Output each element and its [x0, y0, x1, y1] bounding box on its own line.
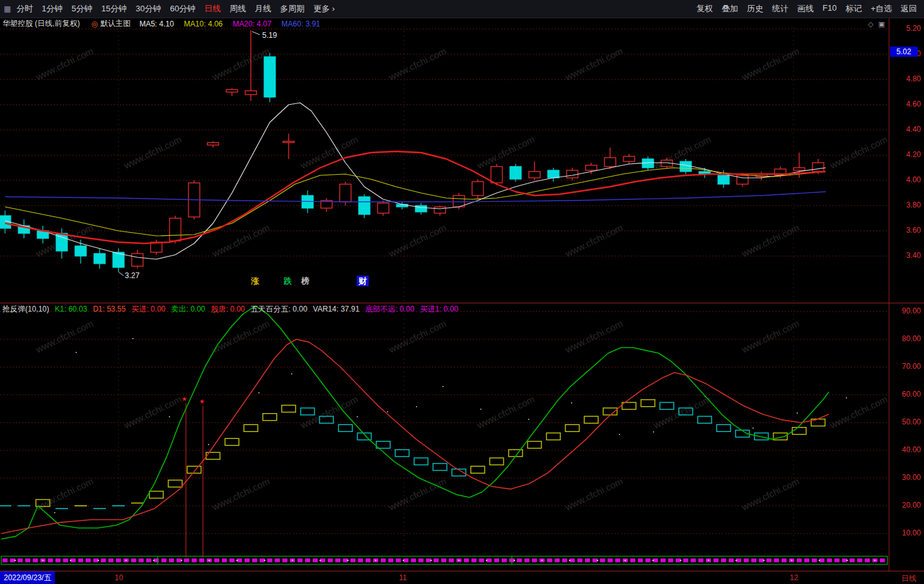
last-price-tag: 5.02: [890, 47, 918, 57]
action-F10[interactable]: F10: [818, 3, 841, 15]
axis-tick: 3.60: [906, 226, 921, 235]
axis-tick: 3.80: [906, 201, 921, 209]
timeframe-tabs: 分时1分钟5分钟15分钟30分钟60分钟日线周线月线多周期更多 ›: [12, 3, 339, 15]
timeframe-5分钟[interactable]: 5分钟: [67, 3, 97, 15]
indicator-field: 五天百分五: 0.00: [251, 305, 308, 313]
watermark: www.cfchi.com: [33, 476, 95, 513]
ma-label: MA10: 4.06: [184, 20, 222, 28]
axis-tick: 5.20: [906, 24, 921, 33]
action-+自选[interactable]: +自选: [866, 3, 896, 15]
indicator-fields: K1: 60.03D1: 53.55买进: 0.00卖出: 0.00股唐: 0.…: [49, 305, 458, 313]
indicator-field: 买进1: 0.00: [420, 305, 458, 313]
axis-tick: 4.40: [906, 125, 921, 134]
overlay-icon: ◎: [91, 20, 98, 28]
axis-tick: 80.00: [902, 334, 921, 343]
axis-tick: 30.00: [902, 473, 921, 482]
bottom-strip: [1, 556, 887, 564]
toolbar-actions: 复权叠加历史统计画线F10标记+自选返回: [692, 3, 921, 15]
timeframe-日线[interactable]: 日线: [200, 3, 225, 15]
axis-tick: 70.00: [902, 362, 921, 371]
ma-label: MA20: 4.07: [233, 20, 271, 28]
timeframe-更多 ›[interactable]: 更多 ›: [309, 3, 339, 15]
watermark: www.cfchi.com: [298, 134, 360, 171]
watermark: www.cfchi.com: [210, 318, 272, 355]
indicator-field: D1: 53.55: [93, 305, 125, 313]
corner-icons: ◇▣: [863, 20, 885, 28]
watermark: www.cfchi.com: [739, 45, 801, 83]
action-画线[interactable]: 画线: [793, 3, 818, 15]
indicator-field: 卖出: 0.00: [171, 305, 205, 313]
signal-vlines: ★★: [182, 395, 205, 558]
timeframe-1分钟[interactable]: 1分钟: [37, 3, 67, 15]
watermark: www.cfchi.com: [122, 394, 183, 431]
indicator-field: 买进: 0.00: [131, 305, 165, 313]
axis-tick: 4.00: [906, 175, 921, 184]
timeframe-多周期[interactable]: 多周期: [275, 3, 309, 15]
month-label-10: 10: [115, 573, 123, 582]
axis-tick: 4.60: [906, 100, 921, 108]
panel-divider: [0, 303, 924, 303]
quick-link-涨[interactable]: 涨: [251, 276, 259, 286]
timeframe-月线[interactable]: 月线: [250, 3, 275, 15]
candlestick-chart[interactable]: www.cfchi.comwww.cfchi.comwww.cfchi.comw…: [0, 18, 889, 303]
price-annotation: 5.19: [252, 31, 277, 40]
watermark: www.cfchi.com: [386, 45, 448, 83]
action-历史[interactable]: 历史: [742, 3, 768, 15]
timeframe-分时[interactable]: 分时: [12, 3, 37, 15]
indicator-field: 底部不远: 0.00: [365, 305, 414, 313]
diamond-icon[interactable]: ◇: [868, 20, 873, 28]
quick-link-跌[interactable]: 跌: [284, 276, 292, 286]
date-axis: 2022/09/23/五 日线 101112: [0, 571, 924, 584]
app-menu-icon[interactable]: ▦: [4, 4, 11, 13]
watermark: www.cfchi.com: [475, 394, 536, 431]
date-highlight: 2022/09/23/五: [0, 571, 55, 584]
chart-title-row: 华塑控股 (日线,前复权) ◎ 默认主图 MA5: 4.10MA10: 4.06…: [0, 18, 889, 29]
quick-links-row: 涨跌榜财: [0, 276, 889, 286]
svg-text:5.19: 5.19: [262, 31, 277, 40]
action-统计[interactable]: 统计: [768, 3, 793, 15]
quick-link-财[interactable]: 财: [357, 276, 369, 286]
ma-label: MA60: 3.91: [282, 20, 320, 28]
watermark: www.cfchi.com: [33, 318, 95, 355]
axis-tick: 10.00: [902, 529, 921, 537]
indicator-field: K1: 60.03: [55, 305, 87, 313]
axis-tick: 90.00: [902, 307, 921, 315]
axis-tick: 50.00: [902, 418, 921, 426]
timeframe-60分钟[interactable]: 60分钟: [166, 3, 200, 15]
signal-star-icon: ★: [199, 398, 205, 405]
axis-tick: 3.40: [906, 251, 921, 260]
timeframe-15分钟[interactable]: 15分钟: [97, 3, 131, 15]
window-icon[interactable]: ▣: [879, 20, 885, 28]
month-label-11: 11: [399, 573, 407, 582]
axis-tick: 40.00: [902, 445, 921, 454]
action-复权[interactable]: 复权: [692, 3, 717, 15]
indicator-field: VAR14: 37.91: [313, 305, 360, 313]
watermark: www.cfchi.com: [563, 318, 625, 355]
timeframe-周线[interactable]: 周线: [225, 3, 250, 15]
watermark: www.cfchi.com: [210, 222, 272, 259]
axis-tick: 4.20: [906, 150, 921, 159]
action-叠加[interactable]: 叠加: [717, 3, 742, 15]
axis-tick: 60.00: [902, 390, 921, 399]
overlay-label[interactable]: 默认主图: [100, 18, 130, 29]
ma-label: MA5: 4.10: [139, 20, 174, 28]
symbol-title: 华塑控股 (日线,前复权): [3, 18, 80, 29]
indicator-name[interactable]: 抢反弹(10,10): [3, 305, 49, 313]
watermark: www.cfchi.com: [563, 476, 625, 513]
period-label[interactable]: 日线: [901, 573, 916, 584]
watermark: www.cfchi.com: [298, 394, 360, 431]
watermark: www.cfchi.com: [33, 45, 95, 83]
quick-link-榜[interactable]: 榜: [301, 276, 309, 286]
axis-tick: 4.80: [906, 74, 921, 83]
indicator-chart[interactable]: www.cfchi.comwww.cfchi.comwww.cfchi.comw…: [0, 303, 889, 571]
axis-tick: 20.00: [902, 501, 921, 510]
watermark: www.cfchi.com: [475, 134, 536, 171]
watermark: www.cfchi.com: [651, 394, 713, 431]
timeframe-30分钟[interactable]: 30分钟: [131, 3, 165, 15]
action-标记[interactable]: 标记: [841, 3, 866, 15]
ma-line-MA60: [5, 192, 826, 202]
top-toolbar: ▦ 分时1分钟5分钟15分钟30分钟60分钟日线周线月线多周期更多 › 复权叠加…: [0, 0, 924, 18]
action-返回[interactable]: 返回: [896, 3, 921, 15]
watermark: www.cfchi.com: [210, 476, 272, 513]
watermark: www.cfchi.com: [739, 222, 801, 259]
